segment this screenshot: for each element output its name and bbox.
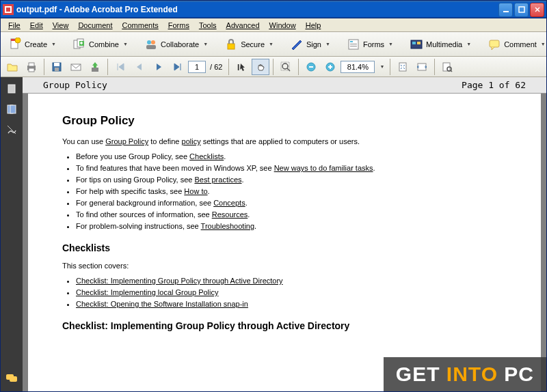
menu-forms[interactable]: Forms	[163, 20, 194, 31]
doc-heading-2: Checklists	[62, 242, 507, 253]
sign-button[interactable]: Sign▼	[285, 35, 335, 54]
page-header: Group Policy Page 1 of 62	[23, 77, 546, 94]
list-item: Checklist: Opening the Software Installa…	[76, 300, 507, 308]
link-checklist-local[interactable]: Checklist: Implementing local Group Poli…	[76, 288, 218, 296]
combine-button[interactable]: Combine▼	[68, 35, 133, 54]
last-page-button[interactable]	[169, 59, 187, 75]
email-button[interactable]	[67, 59, 85, 75]
comments-panel-button[interactable]	[5, 372, 18, 384]
link-concepts[interactable]: Concepts	[213, 199, 245, 207]
menu-bar: File Edit View Document Comments Forms T…	[1, 18, 546, 32]
minimize-button[interactable]	[498, 3, 513, 17]
link-best-practices[interactable]: Best practices	[194, 176, 241, 184]
list-item: Before you use Group Policy, see Checkli…	[76, 152, 507, 160]
menu-window[interactable]: Window	[265, 20, 301, 31]
open-button[interactable]	[3, 59, 21, 75]
link-checklist-snapin[interactable]: Checklist: Opening the Software Installa…	[76, 300, 248, 308]
sign-label: Sign	[306, 40, 321, 48]
app-window: output.pdf - Adobe Acrobat Pro Extended …	[0, 0, 547, 392]
list-item: Checklist: Implementing Group Policy thr…	[76, 277, 507, 285]
menu-file[interactable]: File	[3, 20, 25, 31]
pdf-page: Group Policy You can use Group Policy to…	[28, 94, 541, 391]
menu-document[interactable]: Document	[73, 20, 117, 31]
svg-rect-2	[6, 8, 10, 12]
secure-label: Secure	[241, 40, 265, 48]
window-title: output.pdf - Adobe Acrobat Pro Extended	[16, 5, 498, 14]
bookmarks-panel-button[interactable]	[5, 103, 18, 115]
signatures-panel-button[interactable]	[5, 124, 18, 136]
page-number-input[interactable]	[188, 61, 206, 73]
document-view[interactable]: Group Policy Page 1 of 62 Group Policy Y…	[23, 77, 546, 391]
svg-point-33	[282, 64, 288, 69]
list-item: To find features that have been moved in…	[76, 164, 507, 172]
create-label: Create	[25, 40, 47, 48]
maximize-button[interactable]	[514, 3, 529, 17]
create-button[interactable]: Create▼	[3, 35, 61, 54]
print-button[interactable]	[23, 59, 40, 75]
collaborate-button[interactable]: Collaborate▼	[139, 35, 213, 54]
upload-button[interactable]	[86, 59, 104, 75]
link-checklist-ad[interactable]: Checklist: Implementing Group Policy thr…	[76, 277, 283, 285]
multimedia-button[interactable]: Multimedia▼	[405, 35, 476, 54]
zoom-input[interactable]	[341, 61, 375, 73]
prev-page-button[interactable]	[131, 59, 148, 75]
create-icon	[8, 38, 22, 51]
menu-edit[interactable]: Edit	[25, 20, 48, 31]
list-item: For help with specific tasks, see How to…	[76, 187, 507, 195]
text-select-tool[interactable]: I	[232, 59, 250, 75]
forms-button[interactable]: Forms▼	[342, 35, 398, 54]
svg-point-12	[147, 40, 151, 44]
titlebar[interactable]: output.pdf - Adobe Acrobat Pro Extended	[1, 1, 546, 18]
forms-label: Forms	[363, 40, 384, 48]
link-group-policy[interactable]: Group Policy	[105, 137, 148, 145]
covers-paragraph: This section covers:	[62, 262, 507, 270]
fit-width-button[interactable]	[413, 59, 431, 75]
save-button[interactable]	[48, 59, 66, 75]
app-icon	[3, 4, 14, 15]
multimedia-icon	[410, 38, 423, 51]
link-how-to[interactable]: How to	[184, 187, 207, 195]
svg-rect-51	[10, 376, 17, 382]
svg-rect-4	[519, 7, 524, 12]
combine-icon	[72, 38, 86, 51]
first-page-button[interactable]	[111, 59, 129, 75]
pages-panel-button[interactable]	[5, 83, 18, 95]
fit-page-button[interactable]	[394, 59, 412, 75]
svg-rect-21	[412, 42, 416, 44]
svg-point-8	[15, 38, 21, 43]
window-controls	[498, 3, 544, 17]
link-troubleshooting[interactable]: Troubleshooting	[201, 222, 254, 230]
comment-label: Comment	[504, 40, 537, 48]
find-button[interactable]	[438, 59, 456, 75]
menu-comments[interactable]: Comments	[118, 20, 163, 31]
link-resources[interactable]: Resources	[212, 210, 248, 219]
list-item: Checklist: Implementing local Group Poli…	[76, 288, 507, 296]
watermark: GET INTO PC	[384, 357, 546, 391]
svg-rect-3	[503, 11, 509, 12]
link-new-ways[interactable]: New ways to do familiar tasks	[274, 164, 373, 172]
menu-advanced[interactable]: Advanced	[222, 20, 265, 31]
zoom-in-button[interactable]	[321, 59, 339, 75]
svg-rect-23	[490, 40, 499, 47]
menu-view[interactable]: View	[48, 20, 74, 31]
link-policy[interactable]: policy	[182, 137, 201, 145]
list-item: For tips on using Group Policy, see Best…	[76, 176, 507, 184]
svg-rect-19	[350, 46, 357, 46]
doc-heading-3: Checklist: Implementing Group Policy thr…	[62, 320, 507, 331]
content-area: Group Policy Page 1 of 62 Group Policy Y…	[1, 77, 546, 391]
next-page-button[interactable]	[150, 59, 168, 75]
zoom-out-button[interactable]	[302, 59, 320, 75]
svg-rect-15	[228, 44, 235, 49]
menu-help[interactable]: Help	[301, 20, 326, 31]
close-button[interactable]	[530, 3, 544, 17]
secure-button[interactable]: Secure▼	[219, 35, 278, 54]
marquee-zoom-button[interactable]	[277, 59, 295, 75]
svg-rect-25	[29, 63, 34, 66]
comment-button[interactable]: Comment▼	[483, 35, 547, 54]
lock-icon	[224, 38, 238, 51]
menu-tools[interactable]: Tools	[194, 20, 222, 31]
link-checklists[interactable]: Checklists	[189, 152, 224, 160]
forms-icon	[347, 38, 360, 51]
svg-rect-48	[10, 105, 16, 113]
hand-tool[interactable]	[252, 59, 269, 75]
